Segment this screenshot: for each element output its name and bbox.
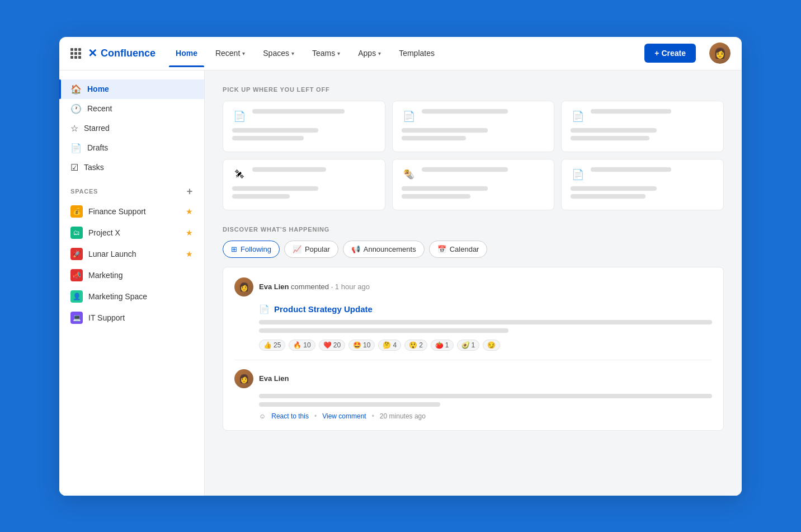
view-comment-link[interactable]: View comment [322,412,366,420]
recent-card-3[interactable]: 📄 [561,101,724,152]
logo-text: Confluence [101,48,156,59]
recent-card-2[interactable]: 📄 [392,101,555,152]
reaction-smirk[interactable]: 😏 [483,340,500,351]
sidebar-recent-label: Recent [87,104,112,113]
tab-popular[interactable]: 📈 Popular [284,241,338,258]
comment-header: 👩 Eva Lien [234,369,712,388]
comment-footer: ☺ React to this • View comment • 20 minu… [234,412,712,420]
starstruck-count: 10 [363,341,370,349]
recent-section-title: PICK UP WHERE YOU LEFT OFF [223,86,724,93]
sidebar-item-home[interactable]: 🏠 Home [59,79,204,99]
card-line [402,194,470,199]
sidebar-item-it-support[interactable]: 💻 IT Support [59,307,204,328]
spaces-label: SPACES [70,188,98,195]
card-line [232,186,318,191]
popular-tab-label: Popular [305,245,330,253]
activity-tabs: ⊞ Following 📈 Popular 📢 Announcements 📅 … [223,241,724,258]
reaction-thinking[interactable]: 🤔 4 [378,340,401,351]
confluence-logo-icon: ✕ [88,46,97,60]
sidebar-item-lunar-launch[interactable]: 🚀 Lunar Launch ★ [59,243,204,265]
sidebar-item-drafts[interactable]: 📄 Drafts [59,138,204,158]
sidebar-item-tasks[interactable]: ☑ Tasks [59,158,204,177]
sidebar-tasks-label: Tasks [84,163,104,172]
card-line [571,128,657,133]
nav-spaces[interactable]: Spaces ▾ [256,44,301,62]
activity-user-name: Eva Lien [259,283,289,291]
reaction-heart[interactable]: ❤️ 20 [319,340,345,351]
card-line [252,109,345,114]
user-avatar-button[interactable]: 👩 [709,43,731,64]
starred-indicator: ★ [186,207,193,216]
doc-icon: 📄 [571,109,585,124]
reaction-fire[interactable]: 🔥 10 [289,340,315,351]
avocado-count: 1 [472,341,475,349]
nav-home[interactable]: Home [169,44,204,62]
tab-calendar[interactable]: 📅 Calendar [429,241,488,258]
burrito-icon: 🌯 [402,167,416,182]
sidebar-item-marketing[interactable]: 📣 Marketing [59,265,204,286]
card-line [422,167,508,172]
recent-card-6[interactable]: 📄 [561,159,724,210]
sidebar-item-marketing-space[interactable]: 👤 Marketing Space [59,286,204,307]
tab-following[interactable]: ⊞ Following [223,241,280,258]
activity-post-title[interactable]: 📄 Product Strategy Update [234,304,712,314]
sidebar-item-recent[interactable]: 🕐 Recent [59,99,204,119]
post-title-text: Product Strategy Update [274,304,373,314]
logo[interactable]: ✕ Confluence [88,46,156,60]
marketing-label: Marketing [88,271,122,280]
reaction-avocado[interactable]: 🥑 1 [457,340,480,351]
top-navigation: ✕ Confluence Home Recent ▾ Spaces ▾ Team… [59,37,742,70]
comment-line [259,402,440,407]
doc-icon: 📄 [232,109,247,124]
react-to-this-link[interactable]: React to this [271,412,309,420]
card-line [591,167,671,172]
tab-announcements[interactable]: 📢 Announcements [343,241,425,258]
reaction-starstruck[interactable]: 🤩 10 [348,340,375,351]
calendar-tab-icon: 📅 [437,245,446,253]
grid-icon[interactable] [70,48,81,59]
satellite-icon: 🛰 [232,167,247,182]
sidebar: 🏠 Home 🕐 Recent ☆ Starred 📄 Drafts ☑ Tas… [59,70,205,496]
card-line [422,109,508,114]
astonished-count: 2 [419,341,423,349]
add-space-button[interactable]: + [187,186,193,196]
home-icon: 🏠 [70,84,82,95]
comment-lines [234,394,712,407]
starred-indicator: ★ [186,249,193,258]
announcements-tab-label: Announcements [364,245,416,253]
lunar-launch-space-icon: 🚀 [70,248,83,260]
card-line [232,128,318,133]
post-title-doc-icon: 📄 [259,304,270,314]
recent-card-4[interactable]: 🛰 [223,159,385,210]
chevron-down-icon: ▾ [291,50,294,57]
reaction-tomato[interactable]: 🍅 1 [431,340,454,351]
recent-card-1[interactable]: 📄 [223,101,385,152]
starred-indicator: ★ [186,228,193,237]
main-content: PICK UP WHERE YOU LEFT OFF 📄 [205,70,742,496]
star-icon: ☆ [70,123,78,134]
activity-meta: Eva Lien commented · 1 hour ago [259,283,370,291]
nav-recent[interactable]: Recent ▾ [209,44,252,62]
smirk-emoji: 😏 [487,341,496,349]
sidebar-starred-label: Starred [84,124,110,133]
reaction-thumbsup[interactable]: 👍 25 [259,340,285,351]
nav-apps[interactable]: Apps ▾ [351,44,388,62]
activity-body: 👍 25 🔥 10 ❤️ 20 🤩 10 [234,320,712,351]
activity-action: commented · [291,283,335,291]
chevron-down-icon: ▾ [378,50,381,57]
nav-templates[interactable]: Templates [392,44,441,62]
avocado-emoji: 🥑 [461,341,470,349]
sidebar-item-starred[interactable]: ☆ Starred [59,119,204,138]
page-body: 🏠 Home 🕐 Recent ☆ Starred 📄 Drafts ☑ Tas… [59,70,742,496]
nav-spaces-label: Spaces [263,49,289,58]
create-button[interactable]: + Create [644,44,696,63]
tasks-icon: ☑ [70,162,78,173]
sidebar-item-finance-support[interactable]: 💰 Finance Support ★ [59,201,204,222]
comment-user-avatar: 👩 [234,369,253,388]
doc-icon: 📄 [402,109,416,124]
nav-teams[interactable]: Teams ▾ [305,44,347,62]
recent-card-5[interactable]: 🌯 [392,159,555,210]
reaction-astonished[interactable]: 😲 2 [404,340,427,351]
comment-line [259,394,712,398]
sidebar-item-project-x[interactable]: 🗂 Project X ★ [59,222,204,243]
